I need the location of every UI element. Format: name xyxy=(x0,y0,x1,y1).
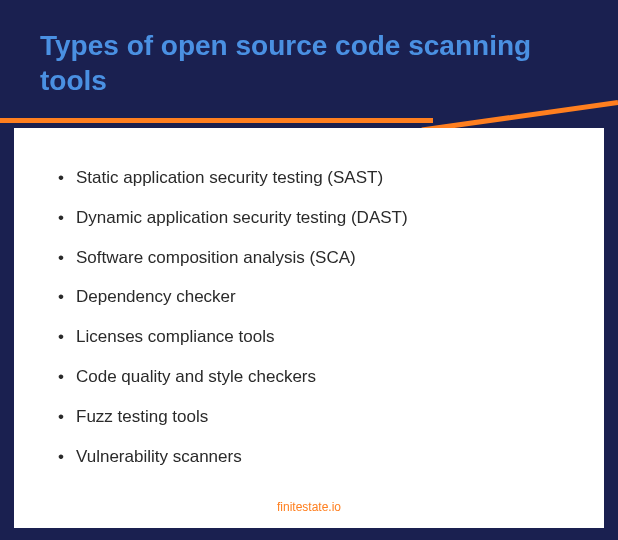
list-item: Vulnerability scanners xyxy=(54,437,564,477)
list-item: Fuzz testing tools xyxy=(54,397,564,437)
content-panel: Static application security testing (SAS… xyxy=(14,128,604,528)
list-item: Dynamic application security testing (DA… xyxy=(54,198,564,238)
tools-list: Static application security testing (SAS… xyxy=(54,158,564,476)
header: Types of open source code scanning tools xyxy=(0,0,618,118)
divider xyxy=(0,118,618,128)
list-item: Licenses compliance tools xyxy=(54,317,564,357)
list-item: Static application security testing (SAS… xyxy=(54,158,564,198)
page-title: Types of open source code scanning tools xyxy=(40,28,578,98)
list-item: Code quality and style checkers xyxy=(54,357,564,397)
list-item: Dependency checker xyxy=(54,277,564,317)
divider-left-segment xyxy=(0,118,433,123)
list-item: Software composition analysis (SCA) xyxy=(54,238,564,278)
footer-attribution: finitestate.io xyxy=(14,500,604,514)
